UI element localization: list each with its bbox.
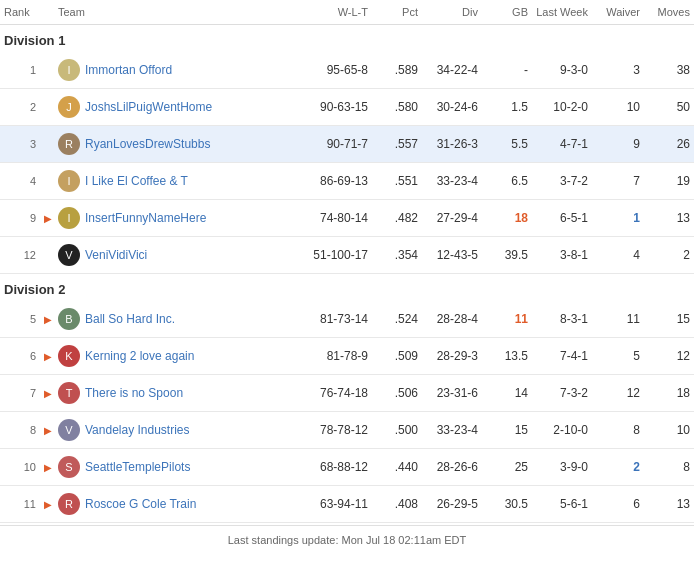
team-rank: 5 xyxy=(0,301,40,338)
team-name-cell[interactable]: B Ball So Hard Inc. xyxy=(54,301,292,338)
team-gb: 13.5 xyxy=(482,338,532,375)
team-name-cell[interactable]: I InsertFunnyNameHere xyxy=(54,200,292,237)
header-waiver: Waiver xyxy=(592,0,644,25)
table-row: 3 ▶ R RyanLovesDrewStubbs 90-71-7 .557 3… xyxy=(0,126,694,163)
team-pct: .509 xyxy=(372,338,422,375)
team-name-link[interactable]: Vandelay Industries xyxy=(85,423,190,437)
team-waiver: 10 xyxy=(592,89,644,126)
team-name-link[interactable]: I Like El Coffee & T xyxy=(85,174,188,188)
team-name-cell[interactable]: I I Like El Coffee & T xyxy=(54,163,292,200)
team-waiver: 4 xyxy=(592,237,644,274)
team-avatar: R xyxy=(58,493,80,515)
team-lastweek: 3-7-2 xyxy=(532,163,592,200)
team-gb: 11 xyxy=(482,301,532,338)
team-gb: 6.5 xyxy=(482,163,532,200)
team-gb: 15 xyxy=(482,412,532,449)
team-waiver: 6 xyxy=(592,486,644,523)
team-rank: 11 xyxy=(0,486,40,523)
header-rank: Rank xyxy=(0,0,40,25)
team-div: 33-23-4 xyxy=(422,412,482,449)
team-name-link[interactable]: JoshsLilPuigWentHome xyxy=(85,100,212,114)
team-rank-indicator: ▶ xyxy=(40,375,54,412)
team-lastweek: 6-5-1 xyxy=(532,200,592,237)
team-wlt: 90-71-7 xyxy=(292,126,372,163)
team-rank-indicator: ▶ xyxy=(40,126,54,163)
team-gb: 30.5 xyxy=(482,486,532,523)
team-rank: 7 xyxy=(0,375,40,412)
header-wlt: W-L-T xyxy=(292,0,372,25)
table-row: 6 ▶ K Kerning 2 love again 81-78-9 .509 … xyxy=(0,338,694,375)
team-wlt: 51-100-17 xyxy=(292,237,372,274)
table-row: 12 ▶ V VeniVidiVici 51-100-17 .354 12-43… xyxy=(0,237,694,274)
division-name: Division 2 xyxy=(0,274,694,302)
header-pct: Pct xyxy=(372,0,422,25)
team-pct: .551 xyxy=(372,163,422,200)
rank-no-arrow: ▶ xyxy=(44,102,52,113)
rank-no-arrow: ▶ xyxy=(44,139,52,150)
team-name-link[interactable]: VeniVidiVici xyxy=(85,248,147,262)
team-name-cell[interactable]: R RyanLovesDrewStubbs xyxy=(54,126,292,163)
team-name-cell[interactable]: V Vandelay Industries xyxy=(54,412,292,449)
team-waiver: 2 xyxy=(592,449,644,486)
team-wlt: 81-78-9 xyxy=(292,338,372,375)
table-row: 9 ▶ I InsertFunnyNameHere 74-80-14 .482 … xyxy=(0,200,694,237)
team-name-link[interactable]: SeattleTemplePilots xyxy=(85,460,190,474)
team-name-link[interactable]: Ball So Hard Inc. xyxy=(85,312,175,326)
team-rank: 8 xyxy=(0,412,40,449)
team-wlt: 78-78-12 xyxy=(292,412,372,449)
team-name-cell[interactable]: S SeattleTemplePilots xyxy=(54,449,292,486)
team-waiver: 11 xyxy=(592,301,644,338)
team-name-link[interactable]: There is no Spoon xyxy=(85,386,183,400)
team-name-cell[interactable]: R Roscoe G Cole Train xyxy=(54,486,292,523)
team-avatar: T xyxy=(58,382,80,404)
team-div: 26-29-5 xyxy=(422,486,482,523)
rank-up-arrow: ▶ xyxy=(44,314,52,325)
team-rank-indicator: ▶ xyxy=(40,237,54,274)
team-avatar: J xyxy=(58,96,80,118)
team-name-cell[interactable]: I Immortan Offord xyxy=(54,52,292,89)
table-row: 2 ▶ J JoshsLilPuigWentHome 90-63-15 .580… xyxy=(0,89,694,126)
team-name-link[interactable]: InsertFunnyNameHere xyxy=(85,211,206,225)
team-name-link[interactable]: RyanLovesDrewStubbs xyxy=(85,137,210,151)
team-rank: 9 xyxy=(0,200,40,237)
team-lastweek: 3-9-0 xyxy=(532,449,592,486)
team-rank-indicator: ▶ xyxy=(40,89,54,126)
team-rank: 6 xyxy=(0,338,40,375)
team-lastweek: 3-8-1 xyxy=(532,237,592,274)
team-name-link[interactable]: Roscoe G Cole Train xyxy=(85,497,196,511)
team-gb: 25 xyxy=(482,449,532,486)
header-div: Div xyxy=(422,0,482,25)
team-lastweek: 5-6-1 xyxy=(532,486,592,523)
team-name-cell[interactable]: K Kerning 2 love again xyxy=(54,338,292,375)
team-name-link[interactable]: Immortan Offord xyxy=(85,63,172,77)
team-lastweek: 2-10-0 xyxy=(532,412,592,449)
team-waiver: 8 xyxy=(592,412,644,449)
team-waiver: 7 xyxy=(592,163,644,200)
team-name-cell[interactable]: V VeniVidiVici xyxy=(54,237,292,274)
team-pct: .500 xyxy=(372,412,422,449)
team-rank-indicator: ▶ xyxy=(40,486,54,523)
team-name-link[interactable]: Kerning 2 love again xyxy=(85,349,194,363)
team-div: 31-26-3 xyxy=(422,126,482,163)
team-pct: .482 xyxy=(372,200,422,237)
team-moves: 12 xyxy=(644,338,694,375)
team-waiver: 9 xyxy=(592,126,644,163)
team-rank-indicator: ▶ xyxy=(40,301,54,338)
team-moves: 19 xyxy=(644,163,694,200)
team-gb: 5.5 xyxy=(482,126,532,163)
team-moves: 13 xyxy=(644,200,694,237)
rank-up-arrow: ▶ xyxy=(44,351,52,362)
division-name: Division 1 xyxy=(0,25,694,53)
team-name-cell[interactable]: T There is no Spoon xyxy=(54,375,292,412)
team-waiver: 5 xyxy=(592,338,644,375)
team-gb: 1.5 xyxy=(482,89,532,126)
team-rank-indicator: ▶ xyxy=(40,52,54,89)
header-team: Team xyxy=(54,0,292,25)
team-moves: 18 xyxy=(644,375,694,412)
team-gb: 39.5 xyxy=(482,237,532,274)
team-moves: 26 xyxy=(644,126,694,163)
team-rank: 1 xyxy=(0,52,40,89)
table-row: 11 ▶ R Roscoe G Cole Train 63-94-11 .408… xyxy=(0,486,694,523)
team-lastweek: 7-3-2 xyxy=(532,375,592,412)
team-name-cell[interactable]: J JoshsLilPuigWentHome xyxy=(54,89,292,126)
